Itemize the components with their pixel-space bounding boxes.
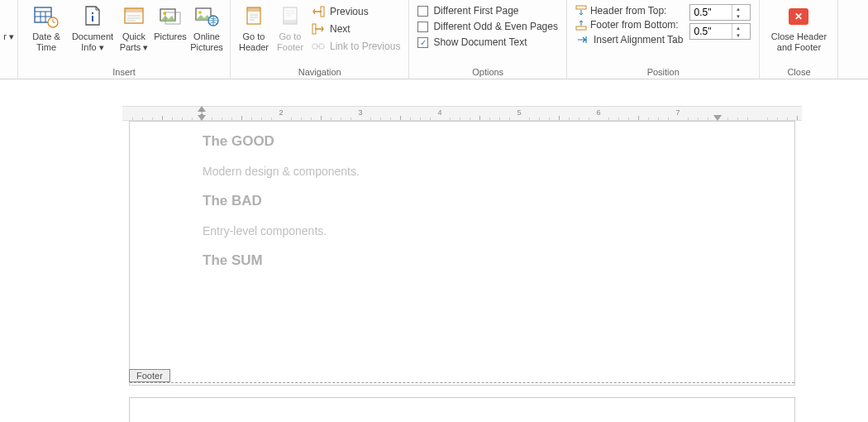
online-pictures-button[interactable]: Online Pictures bbox=[188, 2, 225, 55]
group-options: Different First Page Different Odd & Eve… bbox=[409, 0, 567, 79]
group-navigation-label: Navigation bbox=[298, 67, 341, 79]
quick-parts-label: Quick Parts ▾ bbox=[120, 31, 149, 53]
alignment-tab-icon bbox=[575, 33, 589, 46]
quick-parts-icon bbox=[121, 3, 147, 30]
ruler-number: 1 bbox=[199, 108, 203, 117]
svg-rect-36 bbox=[576, 6, 586, 9]
document-body-dimmed: The GOOD Modern design & components. The… bbox=[203, 127, 360, 284]
svg-rect-37 bbox=[576, 26, 586, 30]
paragraph-bad: Entry-level components. bbox=[203, 224, 360, 237]
goto-header-button[interactable]: Go to Header bbox=[236, 2, 272, 55]
document-info-label: Document Info ▾ bbox=[72, 31, 113, 53]
footer-tag[interactable]: Footer bbox=[129, 369, 170, 382]
heading-bad: The BAD bbox=[203, 193, 360, 209]
spin-up-icon[interactable]: ▲ bbox=[732, 5, 743, 12]
checkbox-unchecked-icon bbox=[417, 6, 428, 17]
group-close: ✕ Close Header and Footer Close bbox=[760, 0, 838, 79]
spin-down-icon[interactable]: ▼ bbox=[732, 31, 743, 39]
close-icon: ✕ bbox=[785, 3, 812, 30]
close-header-footer-button[interactable]: ✕ Close Header and Footer bbox=[765, 2, 832, 55]
goto-footer-label: Go to Footer bbox=[277, 31, 303, 53]
different-odd-even-label: Different Odd & Even Pages bbox=[433, 21, 558, 32]
goto-header-label: Go to Header bbox=[239, 31, 269, 53]
group-insert: Date & Time Document Info ▾ bbox=[18, 0, 231, 79]
checkbox-unchecked-icon bbox=[417, 22, 428, 32]
next-page-top[interactable] bbox=[129, 397, 795, 422]
previous-label: Previous bbox=[330, 6, 369, 17]
pictures-button[interactable]: Pictures bbox=[152, 2, 188, 44]
online-pictures-icon bbox=[193, 3, 220, 30]
link-icon bbox=[312, 40, 325, 53]
next-icon bbox=[312, 22, 325, 36]
svg-rect-27 bbox=[284, 20, 297, 24]
header-spinner[interactable]: ▲ ▼ bbox=[689, 4, 751, 21]
horizontal-ruler[interactable]: 1234567 bbox=[122, 106, 802, 121]
show-document-text-checkbox[interactable]: ✓ Show Document Text bbox=[417, 36, 558, 48]
svg-point-19 bbox=[198, 11, 202, 14]
different-first-page-checkbox[interactable]: Different First Page bbox=[417, 5, 558, 17]
spin-up-icon[interactable]: ▲ bbox=[732, 24, 743, 31]
date-time-label: Date & Time bbox=[32, 31, 60, 53]
calendar-clock-icon bbox=[33, 3, 60, 30]
document-workspace: 1234567 The GOOD Modern design & compone… bbox=[0, 79, 868, 422]
document-info-icon bbox=[79, 3, 106, 30]
different-odd-even-checkbox[interactable]: Different Odd & Even Pages bbox=[417, 21, 558, 32]
link-previous-button[interactable]: Link to Previous bbox=[312, 40, 400, 53]
goto-footer-icon bbox=[277, 3, 303, 30]
document-info-button[interactable]: Document Info ▾ bbox=[69, 2, 116, 55]
close-header-footer-label: Close Header and Footer bbox=[771, 31, 827, 53]
unknown-label: r ▾ bbox=[3, 31, 14, 42]
footer-value-input[interactable] bbox=[690, 24, 732, 39]
quick-parts-button[interactable]: Quick Parts ▾ bbox=[116, 2, 152, 55]
svg-rect-22 bbox=[247, 7, 260, 12]
checkbox-checked-icon: ✓ bbox=[417, 37, 428, 48]
group-close-label: Close bbox=[787, 67, 810, 79]
pictures-icon bbox=[157, 3, 184, 30]
insert-alignment-tab-button[interactable]: Insert Alignment Tab bbox=[575, 33, 684, 46]
heading-sum: The SUM bbox=[203, 252, 360, 269]
pictures-label: Pictures bbox=[154, 31, 187, 42]
unknown-button[interactable]: r ▾ bbox=[1, 2, 17, 44]
ruler-number: 3 bbox=[358, 108, 362, 117]
group-navigation: Go to Header Go to Footer bbox=[231, 0, 409, 79]
ruler-number: 5 bbox=[517, 108, 521, 117]
ruler-number: 2 bbox=[279, 108, 283, 117]
goto-footer-button[interactable]: Go to Footer bbox=[272, 2, 308, 55]
header-value-input[interactable] bbox=[690, 5, 732, 20]
footer-spinner[interactable]: ▲ ▼ bbox=[689, 23, 751, 40]
date-time-button[interactable]: Date & Time bbox=[23, 2, 69, 55]
next-button[interactable]: Next bbox=[312, 22, 400, 36]
link-previous-label: Link to Previous bbox=[330, 41, 400, 52]
ruler-number: 7 bbox=[675, 108, 680, 117]
different-first-page-label: Different First Page bbox=[433, 5, 518, 17]
footer-boundary bbox=[130, 382, 794, 383]
footer-from-bottom-label: Footer from Bottom: bbox=[590, 19, 679, 31]
previous-button[interactable]: Previous bbox=[312, 5, 400, 18]
paragraph-good: Modern design & components. bbox=[203, 165, 360, 178]
ruler-number: 6 bbox=[596, 108, 600, 117]
goto-header-icon bbox=[241, 3, 267, 30]
online-pictures-label: Online Pictures bbox=[190, 31, 223, 53]
previous-icon bbox=[312, 5, 325, 18]
header-from-top-label: Header from Top: bbox=[590, 5, 667, 17]
group-position: Header from Top: Footer from Bottom: Ins… bbox=[567, 0, 761, 79]
group-position-label: Position bbox=[647, 67, 680, 79]
ruler-number: 4 bbox=[437, 108, 441, 117]
partial-left-group: r ▾ bbox=[0, 0, 18, 79]
show-document-text-label: Show Document Text bbox=[433, 36, 527, 48]
group-insert-label: Insert bbox=[112, 67, 136, 79]
document-page[interactable]: The GOOD Modern design & components. The… bbox=[129, 121, 795, 386]
svg-point-8 bbox=[92, 12, 93, 14]
heading-good: The GOOD bbox=[203, 133, 360, 150]
header-position-icon bbox=[575, 5, 587, 17]
group-options-label: Options bbox=[472, 67, 503, 79]
next-label: Next bbox=[330, 23, 351, 35]
insert-alignment-tab-label: Insert Alignment Tab bbox=[594, 34, 684, 46]
spin-down-icon[interactable]: ▼ bbox=[732, 12, 743, 20]
ribbon: r ▾ Date & Time bbox=[0, 0, 868, 79]
footer-position-icon bbox=[575, 19, 587, 31]
svg-rect-11 bbox=[125, 8, 143, 12]
